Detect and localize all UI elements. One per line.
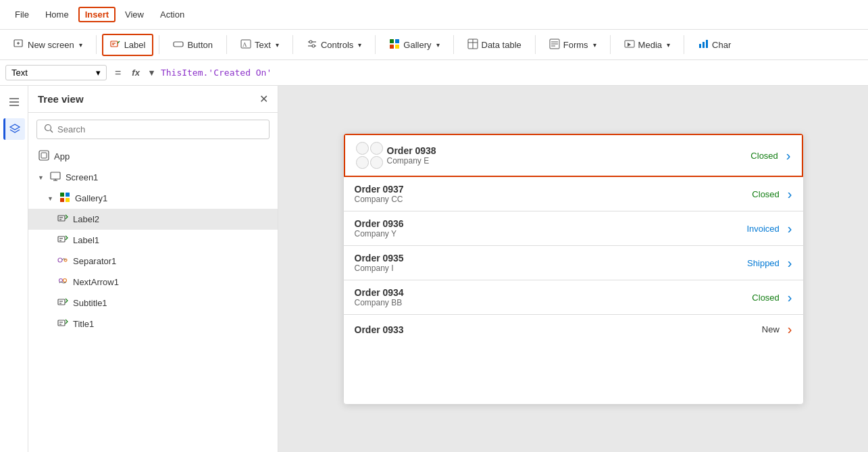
item-left-1: Order 0938 Company E <box>356 142 751 169</box>
formula-bar: Text ▾ = fx ▾ <box>0 60 868 86</box>
title1-label: Title1 <box>73 319 94 329</box>
svg-point-11 <box>309 41 312 43</box>
tree-item-label1[interactable]: Label1 <box>28 230 278 251</box>
item-arrow-2: › <box>788 186 792 202</box>
search-input[interactable] <box>57 124 262 134</box>
forms-button[interactable]: Forms ▾ <box>541 34 605 56</box>
new-screen-button[interactable]: New screen ▾ <box>5 34 91 56</box>
label-button[interactable]: Label <box>102 34 154 56</box>
svg-rect-41 <box>66 198 70 202</box>
gallery-item-4[interactable]: Order 0935 Company I Shipped › <box>344 246 803 280</box>
controls-icon <box>307 39 317 51</box>
chart-button[interactable]: Char <box>690 34 739 56</box>
gallery1-icon <box>59 192 71 205</box>
formula-dropdown[interactable]: Text ▾ <box>5 65 107 80</box>
gallery-list: Order 0938 Company E Closed › Order 0937… <box>344 134 803 404</box>
formula-dropdown-value: Text <box>11 68 28 78</box>
data-table-button[interactable]: Data table <box>459 34 530 56</box>
gallery-caret: ▾ <box>436 41 440 49</box>
menu-insert[interactable]: Insert <box>78 7 116 22</box>
separator-5 <box>375 35 376 54</box>
gallery-item-3[interactable]: Order 0936 Company Y Invoiced › <box>344 211 803 246</box>
tree-item-title1[interactable]: Title1 <box>28 313 278 334</box>
item-arrow-4: › <box>788 255 792 271</box>
item-arrow-6: › <box>788 322 792 337</box>
tree-panel: Tree view ✕ App <box>28 86 278 452</box>
sidebar-layers-icon[interactable] <box>3 118 25 140</box>
gallery-item-1[interactable]: Order 0938 Company E Closed › <box>344 134 803 177</box>
new-screen-label: New screen <box>28 40 74 50</box>
gallery-item-5[interactable]: Order 0934 Company BB Closed › <box>344 280 803 315</box>
separator-4 <box>292 35 293 54</box>
tree-item-separator1[interactable]: Separator1 <box>28 251 278 272</box>
tree-item-label2[interactable]: Label2 <box>28 209 278 230</box>
media-button[interactable]: Media ▾ <box>616 34 678 56</box>
item-arrow-5: › <box>788 290 792 305</box>
tree-item-app[interactable]: App <box>28 146 278 167</box>
subtitle1-label: Subtitle1 <box>73 298 107 308</box>
menu-bar: File Home Insert View Action <box>0 0 868 30</box>
tree-title: Tree view <box>38 93 84 105</box>
item-left-6: Order 0933 <box>355 324 762 335</box>
tree-search[interactable] <box>36 120 270 139</box>
menu-home[interactable]: Home <box>39 7 76 22</box>
button-label: Button <box>187 40 213 50</box>
text-caret: ▾ <box>276 41 279 49</box>
controls-button[interactable]: Controls ▾ <box>299 34 369 56</box>
tree-item-nextarrow1[interactable]: NextArrow1 <box>28 272 278 293</box>
label2-label: Label2 <box>73 214 99 224</box>
title1-icon <box>57 318 69 330</box>
svg-rect-40 <box>60 198 64 202</box>
svg-point-48 <box>58 258 62 262</box>
forms-label: Forms <box>563 40 588 50</box>
text-button[interactable]: A Text ▾ <box>232 34 287 56</box>
menu-view[interactable]: View <box>118 7 151 22</box>
menu-action[interactable]: Action <box>153 7 191 22</box>
sidebar-menu-icon[interactable] <box>3 91 25 113</box>
separator-9 <box>684 35 684 54</box>
svg-rect-25 <box>699 44 701 48</box>
item-status-3: Invoiced <box>746 224 787 234</box>
item-subtitle-2: Company CC <box>355 195 752 204</box>
item-text-1: Order 0938 Company E <box>387 145 436 166</box>
circles-group <box>356 142 383 169</box>
nextarrow1-icon <box>57 276 69 288</box>
data-table-icon <box>467 39 478 51</box>
first-item-inner: Order 0938 Company E <box>356 142 751 169</box>
data-table-label: Data table <box>482 40 521 50</box>
separator-6 <box>453 35 454 54</box>
tree-item-screen1[interactable]: ▼ Screen1 <box>28 167 278 188</box>
tree-item-subtitle1[interactable]: Subtitle1 <box>28 293 278 313</box>
svg-point-12 <box>312 45 315 47</box>
separator-3 <box>226 35 227 54</box>
svg-rect-38 <box>60 193 64 197</box>
nextarrow1-label: NextArrow1 <box>73 277 119 287</box>
gallery-item-2[interactable]: Order 0937 Company CC Closed › <box>344 177 803 211</box>
item-arrow-3: › <box>788 221 792 236</box>
chart-label: Char <box>712 40 731 50</box>
canvas-area[interactable]: Order 0938 Company E Closed › Order 0937… <box>278 86 868 452</box>
separator-8 <box>610 35 611 54</box>
svg-rect-16 <box>395 45 399 49</box>
item-left-4: Order 0935 Company I <box>355 253 748 273</box>
item-status-5: Closed <box>752 293 787 303</box>
label-label: Label <box>124 40 146 50</box>
separator1-label: Separator1 <box>73 256 116 266</box>
controls-label: Controls <box>321 40 353 50</box>
item-status-4: Shipped <box>747 258 788 268</box>
button-button[interactable]: Button <box>165 34 221 56</box>
tree-items: App ▼ Screen1 ▼ <box>28 146 278 452</box>
screen1-label: Screen1 <box>66 172 98 182</box>
svg-rect-33 <box>39 151 49 160</box>
gallery-item-6[interactable]: Order 0933 New › <box>344 315 803 344</box>
menu-file[interactable]: File <box>8 7 36 22</box>
formula-input[interactable] <box>161 68 863 78</box>
svg-rect-42 <box>58 216 65 221</box>
media-caret: ▾ <box>667 41 670 49</box>
gallery1-label: Gallery1 <box>75 193 107 203</box>
gallery-button[interactable]: Gallery ▾ <box>381 34 447 56</box>
tree-item-gallery1[interactable]: ▼ Gallery1 <box>28 188 278 209</box>
app-icon <box>38 150 50 163</box>
tree-close-button[interactable]: ✕ <box>259 93 268 105</box>
svg-point-50 <box>59 279 63 282</box>
